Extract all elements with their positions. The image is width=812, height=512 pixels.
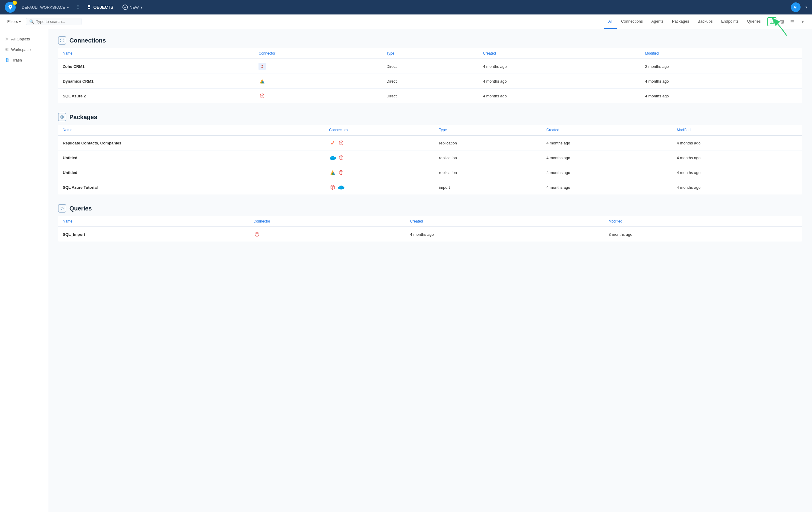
user-avatar[interactable]: AT bbox=[791, 2, 801, 12]
plus-circle-icon: + bbox=[122, 4, 128, 10]
svg-point-13 bbox=[333, 141, 334, 143]
row-name: Zoho CRM1 bbox=[58, 59, 254, 74]
col-name: Name bbox=[58, 48, 254, 59]
workspace-dropdown[interactable]: DEFAULT WORKSPACE ▾ bbox=[19, 4, 71, 11]
main-layout: ✳ All Objects ❄ Workspace 🗑 Trash Connec… bbox=[0, 29, 812, 512]
filters-label: Filters bbox=[7, 19, 18, 24]
row-type: Direct bbox=[382, 89, 478, 103]
row-type: Direct bbox=[382, 74, 478, 89]
svg-marker-39 bbox=[61, 207, 63, 210]
sidebar-label-all-objects: All Objects bbox=[11, 37, 30, 41]
sidebar-item-trash[interactable]: 🗑 Trash bbox=[0, 55, 48, 65]
asterisk-icon: ✳ bbox=[5, 36, 9, 42]
search-input[interactable] bbox=[36, 19, 78, 24]
table-row[interactable]: Zoho CRM1 Z Direct 4 months ago 2 months… bbox=[58, 59, 802, 74]
tab-all[interactable]: All bbox=[604, 14, 616, 29]
row-type: import bbox=[434, 180, 542, 195]
row-created: 4 months ago bbox=[542, 150, 672, 165]
row-created: 4 months ago bbox=[405, 227, 604, 242]
tab-group: All Connections Agents Packages Backups … bbox=[604, 14, 765, 29]
row-modified: 4 months ago bbox=[672, 135, 802, 150]
queries-title: Queries bbox=[69, 205, 92, 212]
table-row[interactable]: SQL_Import 4 months ago 3 months ago bbox=[58, 227, 802, 242]
top-navigation: DEFAULT WORKSPACE ▾ ⠿ ⠿ OBJECTS + NEW ▾ … bbox=[0, 0, 812, 14]
queries-section-icon bbox=[58, 204, 66, 213]
sidebar-label-workspace: Workspace bbox=[11, 47, 31, 52]
packages-section: Packages Name Connectors Type Created Mo… bbox=[58, 113, 802, 194]
svg-marker-24 bbox=[339, 156, 343, 158]
sidebar-item-workspace[interactable]: ❄ Workspace bbox=[0, 44, 48, 55]
packages-table-header: Name Connectors Type Created Modified bbox=[58, 125, 802, 135]
sidebar-label-trash: Trash bbox=[12, 58, 22, 62]
main-content: Connections Name Connector Type Created … bbox=[48, 29, 812, 512]
row-created: 4 months ago bbox=[542, 165, 672, 180]
table-row[interactable]: Dynamics CRM1 Direct 4 months ago 4 mont… bbox=[58, 74, 802, 89]
table-row[interactable]: Replicate Contacts, Companies replicatio… bbox=[58, 135, 802, 150]
qry-col-name: Name bbox=[58, 216, 249, 227]
objects-button[interactable]: ⠿ OBJECTS bbox=[85, 3, 116, 11]
table-row[interactable]: Untitled replication 4 months ago 4 mont… bbox=[58, 165, 802, 180]
packages-table: Name Connectors Type Created Modified Re… bbox=[58, 125, 802, 194]
search-icon: 🔍 bbox=[29, 19, 34, 24]
tab-endpoints[interactable]: Endpoints bbox=[717, 14, 743, 29]
row-name: SQL Azure 2 bbox=[58, 89, 254, 103]
tab-queries-dropdown[interactable]: Queries bbox=[743, 14, 765, 29]
row-type: replication bbox=[434, 150, 542, 165]
chevron-down-icon: ▾ bbox=[141, 5, 143, 10]
row-connector: Z bbox=[254, 59, 382, 74]
delete-icon-button[interactable] bbox=[778, 17, 787, 26]
pkg-col-name: Name bbox=[58, 125, 324, 135]
col-created: Created bbox=[478, 48, 640, 59]
pkg-col-connectors: Connectors bbox=[324, 125, 434, 135]
table-row[interactable]: SQL Azure Tutorial import 4 months ago 4… bbox=[58, 180, 802, 195]
row-connector bbox=[249, 227, 405, 242]
queries-table: Name Connector Created Modified SQL_Impo… bbox=[58, 216, 802, 242]
qry-col-modified: Modified bbox=[604, 216, 802, 227]
app-logo[interactable] bbox=[5, 2, 16, 13]
row-created: 4 months ago bbox=[542, 135, 672, 150]
row-created: 4 months ago bbox=[478, 89, 640, 103]
new-button[interactable]: + NEW ▾ bbox=[119, 3, 146, 11]
svg-point-11 bbox=[61, 116, 64, 119]
qry-col-created: Created bbox=[405, 216, 604, 227]
table-row[interactable]: Untitled replication 4 months ago 4 mont… bbox=[58, 150, 802, 165]
tab-agents[interactable]: Agents bbox=[647, 14, 668, 29]
row-connectors bbox=[324, 135, 434, 150]
row-type: replication bbox=[434, 135, 542, 150]
row-name: Replicate Contacts, Companies bbox=[58, 135, 324, 150]
search-box[interactable]: 🔍 bbox=[26, 18, 82, 25]
row-connector bbox=[254, 74, 382, 89]
queries-header: Queries bbox=[58, 204, 802, 213]
queries-table-header: Name Connector Created Modified bbox=[58, 216, 802, 227]
sidebar-item-all-objects[interactable]: ✳ All Objects bbox=[0, 34, 48, 44]
filters-button[interactable]: Filters ▾ bbox=[5, 18, 24, 25]
row-name: Dynamics CRM1 bbox=[58, 74, 254, 89]
qry-col-connector: Connector bbox=[249, 216, 405, 227]
filters-chevron-icon: ▾ bbox=[19, 19, 21, 24]
tab-backups[interactable]: Backups bbox=[693, 14, 717, 29]
svg-point-12 bbox=[61, 116, 63, 118]
row-type: replication bbox=[434, 165, 542, 180]
row-connectors bbox=[324, 165, 434, 180]
svg-marker-33 bbox=[331, 186, 335, 187]
row-created: 4 months ago bbox=[542, 180, 672, 195]
connections-section-icon bbox=[58, 36, 66, 44]
view-options-chevron[interactable]: ▾ bbox=[798, 17, 807, 26]
workspace-label: DEFAULT WORKSPACE bbox=[22, 5, 65, 10]
row-connector bbox=[254, 89, 382, 103]
svg-point-14 bbox=[331, 143, 333, 145]
row-modified: 4 months ago bbox=[640, 74, 802, 89]
pkg-col-modified: Modified bbox=[672, 125, 802, 135]
table-row[interactable]: SQL Azure 2 Direct 4 months ago 4 months… bbox=[58, 89, 802, 103]
row-connectors bbox=[324, 180, 434, 195]
new-label: NEW bbox=[130, 5, 139, 10]
import-icon-button[interactable] bbox=[767, 17, 776, 26]
svg-marker-17 bbox=[339, 142, 343, 143]
row-name: Untitled bbox=[58, 150, 324, 165]
avatar-chevron-icon[interactable]: ▾ bbox=[805, 5, 807, 9]
tab-packages[interactable]: Packages bbox=[668, 14, 693, 29]
list-view-button[interactable] bbox=[788, 17, 797, 26]
row-name: SQL Azure Tutorial bbox=[58, 180, 324, 195]
tab-connections[interactable]: Connections bbox=[617, 14, 647, 29]
sidebar: ✳ All Objects ❄ Workspace 🗑 Trash bbox=[0, 29, 48, 512]
